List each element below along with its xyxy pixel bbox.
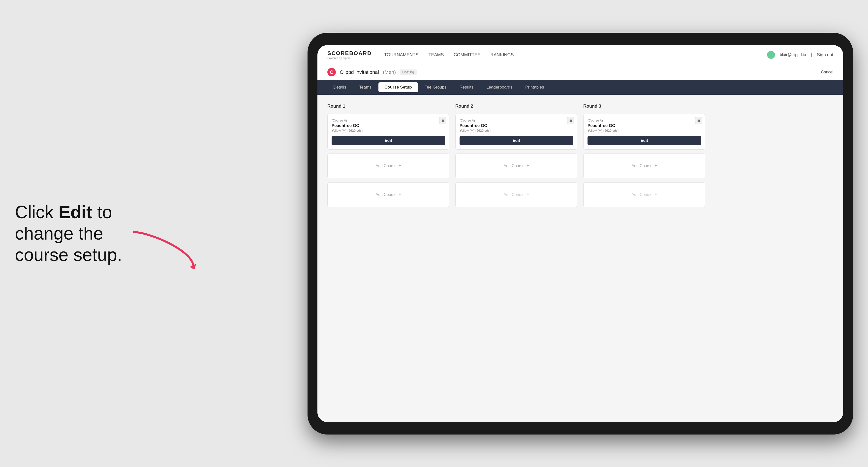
- round-1-plus-icon-1: +: [399, 163, 401, 168]
- round-4-empty-column: [711, 104, 833, 207]
- sub-tabs: Details Teams Course Setup Tee Groups Re…: [317, 80, 843, 95]
- tablet-screen: SCOREBOARD Powered by clippd TOURNAMENTS…: [317, 45, 843, 422]
- arrow-indicator: [129, 230, 198, 269]
- round-2-add-course-1[interactable]: Add Course +: [455, 154, 577, 178]
- round-1-delete-button[interactable]: 🗑: [439, 117, 446, 124]
- cancel-button[interactable]: Cancel: [821, 70, 833, 74]
- instruction-text: Click Edit to change the course setup.: [15, 201, 144, 266]
- round-3-course-name: Peachtree GC: [588, 123, 701, 128]
- round-3-column: Round 3 🗑 (Course A) Peachtree GC Yellow…: [583, 104, 705, 207]
- nav-separator: |: [811, 53, 812, 57]
- round-3-course-tag: (Course A): [588, 119, 701, 122]
- tab-details[interactable]: Details: [328, 82, 352, 92]
- round-3-delete-button[interactable]: 🗑: [695, 117, 702, 124]
- nav-right: blair@clippd.io | Sign out: [767, 51, 833, 59]
- instruction-bold: Edit: [59, 202, 92, 222]
- round-1-plus-icon-2: +: [399, 192, 401, 197]
- nav-rankings[interactable]: RANKINGS: [491, 52, 514, 58]
- top-nav: SCOREBOARD Powered by clippd TOURNAMENTS…: [317, 45, 843, 65]
- round-2-edit-button[interactable]: Edit: [460, 136, 573, 145]
- nav-committee[interactable]: COMMITTEE: [454, 52, 480, 58]
- round-2-course-card: 🗑 (Course A) Peachtree GC Yellow (M) (66…: [455, 114, 577, 150]
- round-2-plus-icon-1: +: [527, 163, 529, 168]
- round-1-add-course-1[interactable]: Add Course +: [328, 154, 450, 178]
- round-2-add-course-2: Add Course +: [455, 182, 577, 207]
- tab-teams[interactable]: Teams: [353, 82, 377, 92]
- user-avatar: [767, 51, 775, 59]
- round-3-add-course-1[interactable]: Add Course +: [583, 154, 705, 178]
- round-3-plus-icon-1: +: [654, 163, 657, 168]
- round-1-course-name: Peachtree GC: [332, 123, 445, 128]
- round-1-label: Round 1: [328, 104, 450, 109]
- round-2-course-detail: Yellow (M) (6629 yds): [460, 129, 573, 132]
- nav-teams[interactable]: TEAMS: [429, 52, 444, 58]
- round-1-course-card: 🗑 (Course A) Peachtree GC Yellow (M) (66…: [328, 114, 450, 150]
- nav-tournaments[interactable]: TOURNAMENTS: [384, 52, 418, 58]
- round-3-add-course-2: Add Course +: [583, 182, 705, 207]
- nav-links: TOURNAMENTS TEAMS COMMITTEE RANKINGS: [384, 52, 514, 58]
- round-3-add-label-2: Add Course +: [631, 192, 657, 197]
- user-email: blair@clippd.io: [780, 53, 806, 57]
- tab-course-setup[interactable]: Course Setup: [378, 82, 418, 92]
- round-2-delete-button[interactable]: 🗑: [567, 117, 574, 124]
- round-1-edit-button[interactable]: Edit: [332, 136, 445, 145]
- tournament-gender: (Men): [383, 69, 396, 75]
- round-3-edit-button[interactable]: Edit: [588, 136, 701, 145]
- round-2-course-tag: (Course A): [460, 119, 573, 122]
- logo-title: SCOREBOARD: [328, 50, 372, 57]
- tab-leaderboards[interactable]: Leaderboards: [480, 82, 518, 92]
- round-2-column: Round 2 🗑 (Course A) Peachtree GC Yellow…: [455, 104, 577, 207]
- round-2-add-label-2: Add Course +: [503, 192, 529, 197]
- round-1-column: Round 1 🗑 (Course A) Peachtree GC Yellow…: [328, 104, 450, 207]
- clippd-logo: C: [328, 68, 336, 76]
- round-2-course-name: Peachtree GC: [460, 123, 573, 128]
- hosting-badge: Hosting: [400, 69, 416, 75]
- tab-results[interactable]: Results: [453, 82, 479, 92]
- round-3-course-detail: Yellow (M) (6629 yds): [588, 129, 701, 132]
- round-3-add-label-1: Add Course +: [631, 163, 657, 168]
- tablet-frame: SCOREBOARD Powered by clippd TOURNAMENTS…: [308, 33, 853, 435]
- round-1-add-label-1: Add Course +: [375, 163, 401, 168]
- logo-area: SCOREBOARD Powered by clippd: [328, 50, 372, 60]
- round-2-label: Round 2: [455, 104, 577, 109]
- nav-left: SCOREBOARD Powered by clippd TOURNAMENTS…: [328, 50, 514, 60]
- tournament-bar: C Clippd Invitational (Men) Hosting Canc…: [317, 65, 843, 80]
- tournament-name: Clippd Invitational: [340, 69, 379, 75]
- sign-out-link[interactable]: Sign out: [817, 52, 833, 58]
- round-1-course-detail: Yellow (M) (6629 yds): [332, 129, 445, 132]
- round-1-course-tag: (Course A): [332, 119, 445, 122]
- tournament-left: C Clippd Invitational (Men) Hosting: [328, 68, 416, 76]
- logo-subtitle: Powered by clippd: [328, 57, 372, 60]
- round-1-add-course-2[interactable]: Add Course +: [328, 182, 450, 207]
- tab-printables[interactable]: Printables: [519, 82, 550, 92]
- round-2-add-label-1: Add Course +: [503, 163, 529, 168]
- tab-tee-groups[interactable]: Tee Groups: [419, 82, 453, 92]
- round-3-plus-icon-2: +: [654, 192, 657, 197]
- main-content: Round 1 🗑 (Course A) Peachtree GC Yellow…: [317, 95, 843, 422]
- instruction-prefix: Click: [15, 202, 59, 222]
- round-3-label: Round 3: [583, 104, 705, 109]
- round-1-add-label-2: Add Course +: [375, 192, 401, 197]
- round-3-course-card: 🗑 (Course A) Peachtree GC Yellow (M) (66…: [583, 114, 705, 150]
- round-2-plus-icon-2: +: [527, 192, 529, 197]
- rounds-grid: Round 1 🗑 (Course A) Peachtree GC Yellow…: [328, 104, 833, 207]
